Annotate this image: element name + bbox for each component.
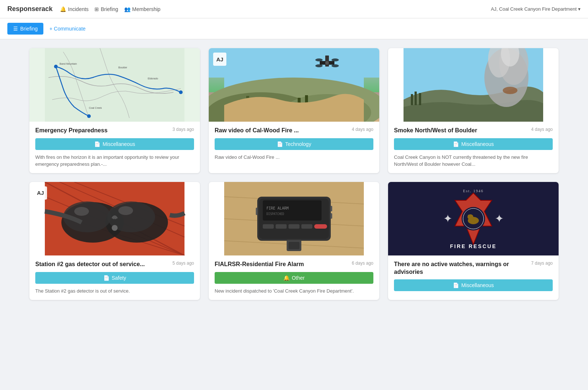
card-header-row: FIALRSR-Residential Fire Alarm 6 days ag… (215, 261, 373, 268)
header-left: Responserack 🔔 Incidents ⊞ Briefing 👥 Me… (7, 5, 161, 13)
card-body: FIALRSR-Residential Fire Alarm 6 days ag… (209, 255, 379, 300)
svg-point-45 (118, 206, 133, 215)
svg-rect-61 (330, 206, 332, 211)
doc-icon: 📄 (277, 141, 283, 147)
svg-rect-60 (256, 208, 258, 215)
svg-text:✦: ✦ (443, 212, 452, 225)
doc-icon: 📄 (103, 275, 110, 281)
svg-rect-55 (263, 224, 274, 229)
header: Responserack 🔔 Incidents ⊞ Briefing 👥 Me… (0, 0, 588, 18)
card-header-row: Smoke North/West of Boulder 4 days ago (394, 127, 553, 135)
card-image-smoke (388, 48, 559, 122)
card-body: Raw video of Cal-Wood Fire ... 4 days ag… (209, 122, 379, 166)
svg-text:FIRE RESCUE: FIRE RESCUE (450, 243, 496, 249)
svg-point-32 (503, 87, 517, 94)
communicate-button[interactable]: + Communicate (49, 26, 85, 32)
svg-point-20 (331, 58, 339, 61)
card-cal-wood-fire: AJ Raw video of Cal-Wood Fire ... 4 days… (209, 48, 379, 173)
card-body: Station #2 gas detector out of service..… (29, 255, 200, 300)
doc-icon: 📄 (453, 141, 459, 147)
svg-text:DISPATCHED: DISPATCHED (266, 212, 284, 216)
svg-text:Band Mountain: Band Mountain (60, 62, 77, 65)
card-description: The Station #2 gas detector is out of se… (35, 287, 194, 295)
card-description: Coal Creek Canyon is NOT currently threa… (394, 154, 553, 168)
svg-text:✦: ✦ (495, 212, 504, 225)
card-badge[interactable]: 📄 Miscellaneous (35, 138, 194, 150)
card-badge[interactable]: 🔔 Other (215, 272, 373, 284)
card-time: 3 days ago (172, 127, 194, 132)
dropdown-arrow-icon: ▾ (578, 6, 581, 12)
card-header-row: Station #2 gas detector out of service..… (35, 261, 194, 268)
svg-point-21 (315, 64, 323, 67)
card-image-map: Band Mountain Boulder Coal Creek Eldorad… (29, 48, 200, 122)
svg-point-2 (54, 65, 58, 68)
nav-membership[interactable]: 👥 Membership (124, 6, 161, 12)
bell-icon: 🔔 (60, 6, 66, 12)
svg-text:Coal Creek: Coal Creek (89, 107, 102, 109)
avatar-label: AJ (213, 53, 226, 66)
main-nav: 🔔 Incidents ⊞ Briefing 👥 Membership (60, 6, 161, 12)
user-menu[interactable]: AJ, Coal Creek Canyon Fire Department ▾ (491, 6, 581, 12)
card-emergency-preparedness: Band Mountain Boulder Coal Creek Eldorad… (29, 48, 200, 173)
card-image-pager: FIRE ALARM DISPATCHED (209, 182, 379, 255)
card-badge[interactable]: 📄 Miscellaneous (394, 279, 553, 291)
avatar-label: AJ (34, 186, 47, 200)
card-badge[interactable]: 📄 Miscellaneous (394, 138, 553, 150)
card-description: New incident dispatched to 'Coal Creek C… (215, 287, 373, 295)
svg-rect-52 (263, 200, 322, 221)
card-body: Emergency Preparedness 3 days ago 📄 Misc… (29, 122, 200, 173)
doc-icon: 📄 (94, 141, 100, 147)
svg-rect-56 (276, 224, 287, 229)
card-time: 6 days ago (352, 261, 373, 266)
card-badge[interactable]: 📄 Technology (215, 138, 373, 150)
svg-rect-26 (415, 92, 417, 105)
svg-text:FIRE ALARM: FIRE ALARM (266, 206, 288, 210)
svg-point-23 (325, 61, 329, 65)
svg-rect-59 (314, 224, 327, 229)
card-badge[interactable]: 📄 Safety (35, 272, 194, 284)
people-icon: 👥 (124, 6, 130, 12)
card-no-active-watches: Est. 1946 FIRE RESCUE ✦ ✦ There are no a… (388, 182, 559, 300)
card-title: There are no active watches, warnings or… (394, 261, 527, 276)
svg-point-4 (87, 114, 91, 118)
card-body: Smoke North/West of Boulder 4 days ago 📄… (388, 122, 559, 173)
svg-point-19 (315, 58, 323, 61)
cards-grid: Band Mountain Boulder Coal Creek Eldorad… (0, 39, 588, 309)
card-smoke-boulder: Smoke North/West of Boulder 4 days ago 📄… (388, 48, 559, 173)
card-description: With fires on the horizon it is an impor… (35, 154, 194, 168)
svg-rect-1 (45, 48, 184, 122)
card-title: Raw video of Cal-Wood Fire ... (215, 127, 348, 135)
svg-text:Eldorado: Eldorado (148, 77, 158, 80)
card-gas-detector: AJ Station #2 gas detector out of servic… (29, 182, 200, 300)
card-image-fire-rescue: Est. 1946 FIRE RESCUE ✦ ✦ (388, 182, 559, 255)
svg-rect-27 (419, 93, 421, 105)
svg-point-22 (331, 64, 339, 67)
list-icon: ☰ (13, 26, 18, 32)
logo: Responserack (7, 5, 53, 13)
card-body: There are no active watches, warnings or… (388, 255, 559, 300)
card-header-row: There are no active watches, warnings or… (394, 261, 553, 276)
card-image-drone: AJ (209, 48, 379, 122)
nav-briefing[interactable]: ⊞ Briefing (94, 6, 118, 12)
card-title: FIALRSR-Residential Fire Alarm (215, 261, 348, 268)
svg-point-44 (74, 207, 89, 216)
nav-incidents[interactable]: 🔔 Incidents (60, 6, 89, 12)
card-header-row: Emergency Preparedness 3 days ago (35, 127, 194, 135)
card-title: Station #2 gas detector out of service..… (35, 261, 169, 268)
grid-icon: ⊞ (94, 6, 99, 12)
card-header-row: Raw video of Cal-Wood Fire ... 4 days ag… (215, 127, 373, 135)
card-fire-alarm: FIRE ALARM DISPATCHED FIALRSR-Resi (209, 182, 379, 300)
card-image-goggles: AJ (29, 182, 200, 255)
card-time: 4 days ago (531, 127, 553, 132)
svg-text:Boulder: Boulder (118, 66, 128, 69)
svg-rect-58 (301, 224, 312, 229)
card-time: 4 days ago (352, 127, 373, 132)
card-time: 5 days ago (172, 261, 194, 266)
card-title: Emergency Preparedness (35, 127, 169, 135)
doc-icon: 📄 (453, 282, 459, 288)
user-name: AJ, Coal Creek Canyon Fire Department (491, 6, 577, 12)
svg-text:Est. 1946: Est. 1946 (463, 189, 484, 193)
svg-point-70 (468, 215, 470, 217)
briefing-button[interactable]: ☰ Briefing (7, 23, 43, 35)
card-title: Smoke North/West of Boulder (394, 127, 527, 135)
